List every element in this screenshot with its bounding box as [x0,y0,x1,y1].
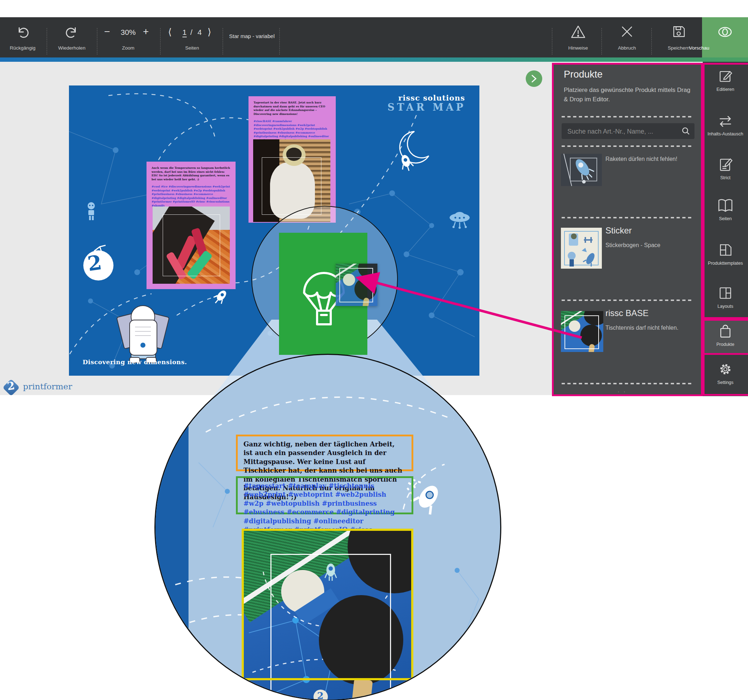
tool-rail: Editieren Inhalts-Austausch Strict Seite… [703,62,748,396]
note-hashtags: #cool #ice #discoveringnewdimensions #we… [152,185,231,208]
dashed-divider [562,116,693,117]
tagline-text: Discovering new dimensions. [83,358,187,366]
warning-icon [570,24,587,42]
magnifier-detail-circle: Ganz wichtig, neben der täglichen Arbeit… [154,354,501,700]
redo-button[interactable]: Wiederholen [56,17,88,58]
dashed-divider [562,146,693,147]
product-thumbnail [561,228,602,269]
rocket-icon [211,288,229,306]
dragged-product-thumbnail[interactable] [336,263,377,306]
search-input[interactable] [567,123,680,140]
ufo-icon [450,212,470,229]
pages-label: Seiten [156,45,228,51]
layouts-icon [718,285,733,301]
sticker-sheet-icon [561,228,602,269]
search-icon [681,127,690,135]
note-text: Tagesstart in der rissc BASE. Jetzt noch… [254,101,331,116]
telescope-icon [92,245,108,252]
chevron-right-icon [531,75,538,83]
dashed-divider [562,383,693,384]
products-panel: Produkte Platziere das gewünschte Produk… [552,63,703,396]
save-button[interactable]: Speichern [660,17,697,58]
undo-icon [14,24,31,42]
magnified-text-block: Ganz wichtig, neben der täglichen Arbeit… [236,435,414,471]
dashed-divider [562,217,693,218]
panel-collapse-button[interactable] [526,70,542,87]
edit-icon [718,68,733,84]
zoom-out-button[interactable]: − [104,26,110,37]
poster-edge-strip [155,355,189,700]
product-description: Tischtennis darf nicht fehlen. [605,324,695,332]
undo-button[interactable]: Rückgängig [6,17,39,58]
printformer-logo-text: printformer [23,382,72,391]
preview-button[interactable]: Vorschau [702,17,748,58]
products-bag-icon [718,323,733,339]
page-separator: / [190,28,193,37]
ice-pops-photo [153,207,230,284]
strict-document-icon [718,157,733,172]
rail-item-settings[interactable]: Settings [703,361,748,385]
product-templates-icon [718,242,733,258]
zoom-in-button[interactable]: + [143,26,149,37]
alien-icon [88,202,95,220]
zoom-label: Zoom [92,45,164,51]
panel-title: Produkte [564,69,602,80]
rail-item-inhalts-austausch[interactable]: Inhalts-Austausch [703,114,748,137]
close-icon [619,24,635,41]
rail-item-layouts[interactable]: Layouts [703,285,748,309]
rail-item-editieren[interactable]: Editieren [703,68,748,92]
next-item-hint: · · [618,389,626,394]
save-icon [671,24,687,41]
image-bounds-annotation [242,529,414,680]
brand-line1: rissc solutions [398,93,465,102]
product-thumbnail [561,154,602,186]
social-post-note-top[interactable]: Tagesstart in der rissc BASE. Jetzt noch… [248,96,336,223]
product-search[interactable] [562,123,695,139]
rissc-planet-logo: 2 [83,250,114,280]
zoom-group: − 30% + Zoom [102,17,154,58]
cancel-button[interactable]: Abbruch [610,17,644,58]
pages-book-icon [717,198,734,213]
hints-button[interactable]: Hinweise [560,17,596,58]
product-thumbnail [561,311,603,352]
page-next-icon[interactable]: ⟩ [208,27,211,38]
rocket-chalk-icon [561,154,602,186]
preview-eye-icon [717,24,733,42]
rail-item-produkttemplates[interactable]: Produkttemplates [703,242,748,266]
settings-gear-icon [718,361,733,377]
rocket-icon [398,154,415,173]
toolbar-divider [223,28,223,55]
dashed-divider [562,300,693,301]
social-post-note-left[interactable]: Auch wenn die Temperaturen so langsam he… [146,161,236,289]
panel-subtitle: Platziere das gewünschte Produkt mittels… [564,85,692,104]
magnified-hashtag-block: #tagesstart #teamplay #tischtennis #web2… [236,476,414,514]
preview-label: Vorschau [689,45,748,51]
note-text: Auch wenn die Temperaturen so langsam he… [152,166,231,181]
page-total: 4 [198,28,202,37]
rail-item-seiten[interactable]: Seiten [703,198,748,221]
content-swap-icon [718,114,733,129]
page-current-input[interactable]: 1 [182,28,187,37]
progress-gradient-bar [0,58,748,62]
pages-group: ⟨ 1 / 4 ⟩ Seiten [165,17,219,58]
rail-item-strict[interactable]: Strict [703,157,748,180]
zoom-value: 30% [121,28,136,37]
redo-icon [64,24,80,42]
top-toolbar: Rückgängig Wiederholen − 30% + Zoom ⟨ 1 … [0,17,748,58]
document-name: Star map - variabel [229,33,275,39]
page-prev-icon[interactable]: ⟨ [168,27,172,38]
brand-line2: STAR MAP [388,102,466,113]
product-title: Sticker [605,225,632,236]
product-description: Raketen dürfen nicht fehlen! [605,155,695,163]
product-description: Stickerbogen - Space [605,241,695,249]
moon-icon [400,131,429,163]
editor-window: Rückgängig Wiederholen − 30% + Zoom ⟨ 1 … [0,0,748,700]
product-title: rissc BASE [605,308,649,318]
rail-item-produkte[interactable]: Produkte [703,323,748,347]
